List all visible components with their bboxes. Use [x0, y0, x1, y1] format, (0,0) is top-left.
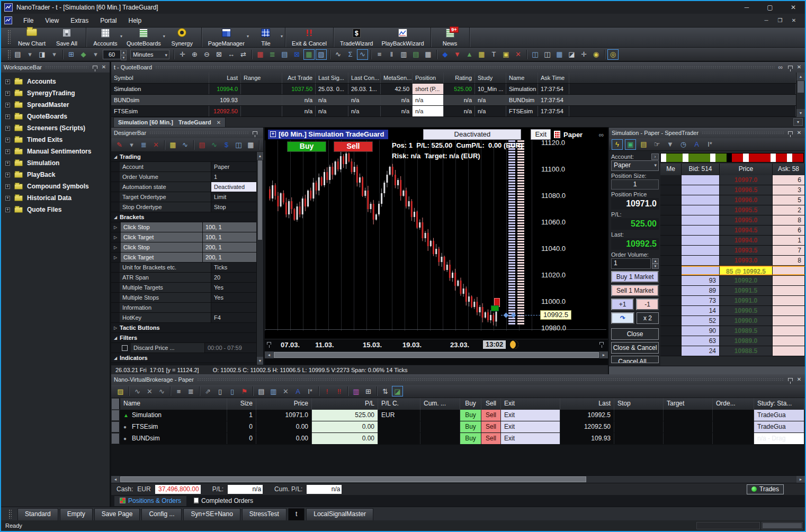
swap-icon[interactable]: ⇄: [238, 49, 249, 60]
chart-hscrollbar[interactable]: ◄ ►: [265, 351, 608, 358]
ladder-price-cell[interactable]: 10992.0: [720, 276, 773, 285]
target-icon[interactable]: ◎: [607, 49, 619, 60]
ladder-row[interactable]: 10995.52: [660, 205, 805, 215]
ladder-me-cell[interactable]: [660, 316, 682, 326]
ladder-me-cell[interactable]: [660, 266, 682, 275]
expander-icon[interactable]: +: [5, 161, 10, 166]
tab-list-dropdown[interactable]: ▾: [793, 118, 803, 126]
property-value[interactable]: 100, 1: [203, 232, 256, 242]
property-row[interactable]: Target OrdertypeLimit: [111, 192, 256, 202]
status-scrollbox[interactable]: [762, 522, 803, 529]
zoom-out-icon[interactable]: ⊖: [201, 49, 212, 60]
exit-button[interactable]: Exit: [501, 410, 560, 421]
new-chart-button[interactable]: New Chart: [14, 28, 50, 47]
tab-close-icon[interactable]: ✕: [217, 120, 221, 125]
property-row[interactable]: Multiple StopsYes: [111, 293, 256, 303]
exit-cancel-button[interactable]: !!Exit & Cancel: [288, 28, 331, 47]
column-header[interactable]: Name: [120, 398, 227, 410]
text-icon[interactable]: T: [488, 49, 499, 60]
mdi-restore-button[interactable]: ❐: [773, 16, 787, 25]
table-row[interactable]: BUNDsim109.93n/an/an/an/an/an/an/aBUNDsi…: [111, 95, 796, 106]
ladder-me-cell[interactable]: [660, 195, 682, 205]
row-selector[interactable]: [111, 410, 120, 421]
mdi-close-button[interactable]: ✕: [787, 16, 801, 25]
ladder-ask-cell[interactable]: 7: [773, 246, 805, 255]
sell-market-button[interactable]: Sell 1 Market: [611, 285, 659, 296]
row-selector[interactable]: [111, 433, 120, 444]
scroll-right-icon[interactable]: ►: [599, 351, 608, 358]
ladder-price-cell[interactable]: 10989.5: [720, 326, 773, 336]
property-row[interactable]: ▷Click Target100, 1: [111, 232, 256, 242]
ladder-ask-cell[interactable]: [773, 336, 805, 346]
property-value[interactable]: 100, 1: [203, 222, 256, 232]
dropdown-icon[interactable]: ▾: [90, 49, 101, 60]
column-header[interactable]: P/L: [312, 398, 378, 410]
expander-icon[interactable]: +: [5, 103, 10, 107]
trades-button[interactable]: Trades: [747, 484, 784, 494]
plus-one-button[interactable]: +1: [611, 299, 634, 310]
property-row[interactable]: Automation stateDeactivated: [111, 182, 256, 192]
tab-positions-orders[interactable]: Positions & Orders: [114, 496, 186, 506]
grid-green-icon[interactable]: ▦: [303, 49, 315, 60]
zoom-in-icon[interactable]: ⊕: [189, 49, 200, 60]
ladder-ask-cell[interactable]: 6: [773, 175, 805, 185]
ladder-row[interactable]: 10997.06: [660, 175, 805, 185]
corner-icon[interactable]: ◪: [566, 49, 577, 60]
columns-icon[interactable]: ▥: [351, 386, 362, 396]
speedtrader-hscrollbar[interactable]: [609, 366, 805, 374]
delete-icon[interactable]: ✕: [150, 140, 162, 150]
pin-icon[interactable]: [93, 66, 97, 69]
sell-button[interactable]: Sell: [481, 410, 501, 421]
column-header[interactable]: Name: [506, 73, 538, 83]
ladder-ask-cell[interactable]: [773, 276, 805, 285]
grid-icon[interactable]: ▦: [423, 49, 434, 60]
filter-icon[interactable]: ◪: [392, 386, 403, 396]
lightning-icon[interactable]: ϟ: [612, 139, 623, 150]
ladder-me-cell[interactable]: [660, 215, 682, 225]
period-icon[interactable]: ◆: [78, 49, 89, 60]
delete-icon[interactable]: ✕: [513, 49, 524, 60]
ladder-bid-cell[interactable]: 14: [682, 306, 720, 315]
ladder-ask-cell[interactable]: 8: [773, 215, 805, 225]
ladder-bid-cell[interactable]: [682, 266, 720, 275]
sort-icon[interactable]: ⇅: [380, 386, 391, 396]
pin-icon[interactable]: [599, 342, 604, 345]
mdi-minimize-button[interactable]: ─: [759, 16, 773, 25]
buy-button[interactable]: Buy: [460, 421, 481, 432]
ladder-bid-cell[interactable]: [682, 185, 720, 195]
property-value[interactable]: 00:00 - 07:59: [205, 343, 256, 353]
page-tab-empty[interactable]: Empty: [60, 508, 93, 520]
order-volume-input[interactable]: 1: [611, 258, 651, 269]
ladder-bid-cell[interactable]: 90: [682, 326, 720, 336]
clear-icon[interactable]: ✕: [280, 386, 291, 396]
toolbar-grip[interactable]: [7, 50, 11, 59]
ladder-row[interactable]: 10996.53: [660, 185, 805, 195]
chart-plot[interactable]: 10992.5 Buy Sell Pos: 1 P/L: 525.00 CumP…: [265, 140, 608, 339]
property-row[interactable]: Stop OrdertypeStop: [111, 202, 256, 212]
tradewizard-button[interactable]: $TradeWizard: [336, 28, 378, 47]
pin-icon[interactable]: [253, 131, 257, 134]
property-row[interactable]: Unit for Brackets etc.Ticks: [111, 263, 256, 273]
font-icon[interactable]: A: [691, 139, 702, 150]
ladder-row[interactable]: 10993.57: [660, 246, 805, 256]
column-header[interactable]: Range: [241, 73, 282, 83]
zoom-icon[interactable]: ⊞: [66, 49, 77, 60]
property-row[interactable]: ◢Trading: [111, 152, 256, 162]
expander-icon[interactable]: +: [5, 79, 10, 84]
ladder-ask-cell[interactable]: 1: [773, 236, 805, 245]
page-tab-save-page[interactable]: Save Page: [94, 508, 140, 520]
tab-simulation-tradeguard[interactable]: Simulation [60 Min.] TradeGuard ✕: [113, 117, 226, 127]
property-row[interactable]: ◢Brackets: [111, 212, 256, 222]
expander-icon[interactable]: +: [5, 91, 10, 96]
buy-button[interactable]: Buy: [460, 410, 481, 421]
column-header[interactable]: Orde...: [713, 398, 754, 410]
ladder-bid-cell[interactable]: [682, 215, 720, 225]
bulb-icon[interactable]: ▣: [500, 49, 512, 60]
section-expander-icon[interactable]: ◢: [111, 333, 120, 342]
buy-button[interactable]: Buy: [460, 433, 481, 444]
property-value[interactable]: [211, 303, 256, 312]
expander-icon[interactable]: +: [5, 149, 10, 154]
table-green-icon[interactable]: ▤: [410, 49, 422, 60]
alert-icon[interactable]: !: [321, 386, 333, 396]
table-row[interactable]: FTSEsim12092.50n/an/an/an/an/an/an/aFTSE…: [111, 106, 796, 117]
